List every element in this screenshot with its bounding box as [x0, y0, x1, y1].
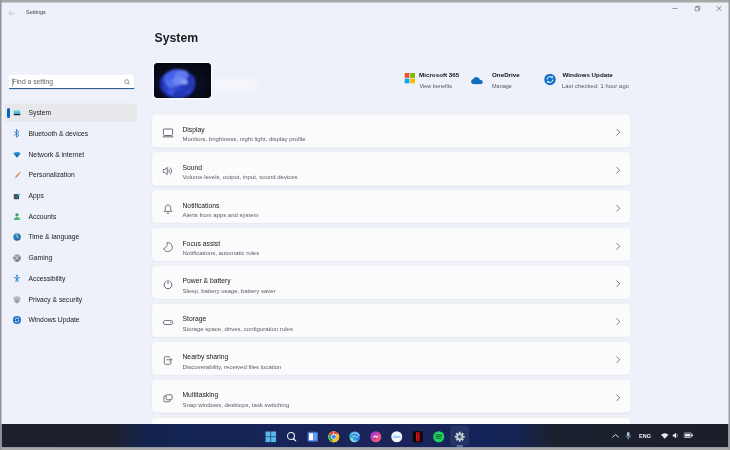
- svg-text:Zoom: Zoom: [393, 435, 401, 439]
